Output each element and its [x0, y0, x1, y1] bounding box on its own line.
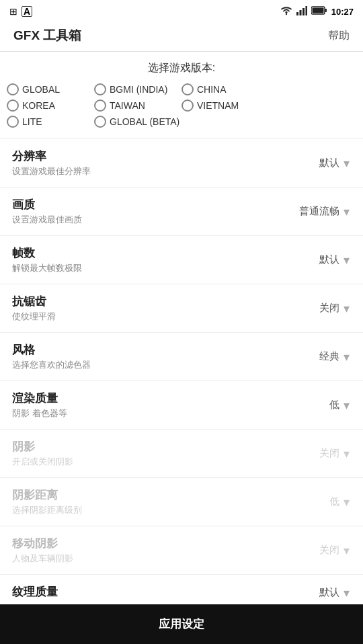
- radio-circle-vietnam: [182, 99, 194, 112]
- setting-style-value: 经典: [319, 350, 339, 363]
- radio-taiwan[interactable]: TAIWAN: [94, 99, 175, 112]
- setting-shadow-name: 阴影: [12, 439, 73, 454]
- radio-label-bgmi: BGMI (INDIA): [110, 84, 167, 95]
- dropdown-arrow-texturequality: ▾: [344, 586, 350, 600]
- version-section: 选择游戏版本: GLOBAL BGMI (INDIA) CHINA KOREA …: [0, 52, 363, 139]
- apply-button[interactable]: 应用设定: [0, 604, 363, 644]
- setting-mobileshadow-name: 移动阴影: [12, 536, 73, 551]
- dropdown-arrow-shadowdist: ▾: [344, 495, 350, 510]
- radio-circle-globalbeta: [94, 116, 106, 128]
- setting-resolution-control[interactable]: 默认 ▾: [302, 156, 350, 171]
- settings-list: 分辨率 设置游戏最佳分辨率 默认 ▾ 画质 设置游戏最佳画质 普通流畅 ▾ 帧数…: [0, 139, 363, 644]
- dropdown-arrow-shadow: ▾: [344, 446, 350, 461]
- setting-shadow-value: 关闭: [319, 447, 339, 460]
- setting-shadowdist-desc: 选择阴影距离级别: [12, 504, 82, 516]
- setting-render-control[interactable]: 低 ▾: [302, 398, 350, 413]
- svg-rect-7: [312, 8, 323, 13]
- dropdown-arrow-style: ▾: [344, 350, 350, 364]
- setting-antialias-control[interactable]: 关闭 ▾: [302, 301, 350, 316]
- dropdown-arrow-render: ▾: [344, 398, 350, 413]
- version-row-2: KOREA TAIWAN VIETNAM: [7, 99, 356, 112]
- setting-texturequality-value: 默认: [319, 586, 339, 599]
- svg-rect-1: [296, 12, 298, 15]
- a-icon: A: [22, 6, 32, 17]
- setting-style-control[interactable]: 经典 ▾: [302, 350, 350, 364]
- battery-icon: [311, 6, 327, 17]
- setting-fps[interactable]: 帧数 解锁最大帧数极限 默认 ▾: [0, 236, 363, 284]
- signal-icon: [296, 6, 307, 17]
- version-row-3: LITE GLOBAL (BETA): [7, 116, 356, 128]
- setting-shadow: 阴影 开启或关闭阴影 关闭 ▾: [0, 430, 363, 478]
- setting-shadowdist: 阴影距离 选择阴影距离级别 低 ▾: [0, 478, 363, 526]
- grid-icon: ⊞: [9, 6, 17, 17]
- radio-label-taiwan: TAIWAN: [110, 100, 145, 111]
- setting-mobileshadow-control: 关闭 ▾: [302, 543, 350, 558]
- setting-resolution-value: 默认: [319, 157, 339, 169]
- setting-style-name: 风格: [12, 342, 91, 358]
- setting-style[interactable]: 风格 选择您喜欢的滤色器 经典 ▾: [0, 333, 363, 381]
- dropdown-arrow-quality: ▾: [344, 204, 350, 219]
- help-button[interactable]: 帮助: [328, 29, 350, 43]
- wifi-icon: [280, 6, 292, 17]
- radio-bgmi[interactable]: BGMI (INDIA): [94, 83, 175, 95]
- setting-resolution-name: 分辨率: [12, 149, 91, 164]
- radio-global[interactable]: GLOBAL: [7, 83, 87, 95]
- setting-mobileshadow: 移动阴影 人物及车辆阴影 关闭 ▾: [0, 526, 363, 575]
- dropdown-arrow-antialias: ▾: [344, 301, 350, 316]
- svg-rect-6: [325, 9, 327, 12]
- radio-label-global: GLOBAL: [22, 84, 60, 95]
- setting-quality[interactable]: 画质 设置游戏最佳画质 普通流畅 ▾: [0, 188, 363, 236]
- setting-render-name: 渲染质量: [12, 391, 67, 406]
- radio-china[interactable]: CHINA: [182, 83, 262, 95]
- setting-render-value: 低: [329, 399, 339, 411]
- radio-circle-global: [7, 83, 19, 95]
- dropdown-arrow-resolution: ▾: [344, 156, 350, 171]
- setting-mobileshadow-desc: 人物及车辆阴影: [12, 553, 73, 565]
- setting-resolution[interactable]: 分辨率 设置游戏最佳分辨率 默认 ▾: [0, 139, 363, 188]
- radio-circle-korea: [7, 99, 19, 112]
- status-left-icons: ⊞ A: [9, 6, 32, 17]
- setting-render[interactable]: 渲染质量 阴影 着色器等 低 ▾: [0, 381, 363, 430]
- radio-label-globalbeta: GLOBAL (BETA): [110, 116, 179, 127]
- radio-korea[interactable]: KOREA: [7, 99, 87, 112]
- setting-shadowdist-control: 低 ▾: [302, 495, 350, 510]
- setting-antialias[interactable]: 抗锯齿 使纹理平滑 关闭 ▾: [0, 284, 363, 333]
- status-bar: ⊞ A: [0, 0, 363, 20]
- radio-globalbeta[interactable]: GLOBAL (BETA): [94, 116, 202, 128]
- setting-shadow-desc: 开启或关闭阴影: [12, 456, 73, 468]
- setting-quality-control[interactable]: 普通流畅 ▾: [299, 204, 350, 219]
- header: GFX 工具箱 帮助: [0, 20, 363, 52]
- radio-label-lite: LITE: [22, 116, 42, 127]
- radio-circle-china: [182, 83, 194, 95]
- radio-label-korea: KOREA: [22, 100, 55, 111]
- radio-circle-bgmi: [94, 83, 106, 95]
- setting-fps-control[interactable]: 默认 ▾: [302, 253, 350, 268]
- app-title: GFX 工具箱: [13, 27, 81, 44]
- setting-quality-name: 画质: [12, 197, 82, 212]
- svg-point-0: [286, 13, 287, 14]
- setting-fps-value: 默认: [319, 253, 339, 266]
- setting-antialias-name: 抗锯齿: [12, 294, 56, 309]
- setting-render-desc: 阴影 着色器等: [12, 407, 67, 419]
- setting-antialias-desc: 使纹理平滑: [12, 311, 56, 323]
- status-right: 10:27: [280, 6, 354, 17]
- setting-mobileshadow-value: 关闭: [319, 544, 339, 557]
- setting-shadow-control: 关闭 ▾: [302, 446, 350, 461]
- dropdown-arrow-fps: ▾: [344, 253, 350, 268]
- radio-circle-taiwan: [94, 99, 106, 112]
- dropdown-arrow-mobileshadow: ▾: [344, 543, 350, 558]
- setting-antialias-value: 关闭: [319, 302, 339, 315]
- setting-fps-desc: 解锁最大帧数极限: [12, 262, 82, 274]
- setting-style-desc: 选择您喜欢的滤色器: [12, 359, 91, 371]
- setting-texturequality-control[interactable]: 默认 ▾: [302, 586, 350, 600]
- radio-lite[interactable]: LITE: [7, 116, 87, 128]
- setting-resolution-desc: 设置游戏最佳分辨率: [12, 165, 91, 177]
- setting-fps-name: 帧数: [12, 245, 82, 261]
- radio-circle-lite: [7, 116, 19, 128]
- radio-label-vietnam: VIETNAM: [197, 100, 239, 111]
- radio-vietnam[interactable]: VIETNAM: [182, 99, 262, 112]
- svg-rect-3: [302, 8, 305, 15]
- version-row-1: GLOBAL BGMI (INDIA) CHINA: [7, 83, 356, 95]
- setting-quality-value: 普通流畅: [299, 205, 339, 218]
- setting-shadowdist-name: 阴影距离: [12, 487, 82, 503]
